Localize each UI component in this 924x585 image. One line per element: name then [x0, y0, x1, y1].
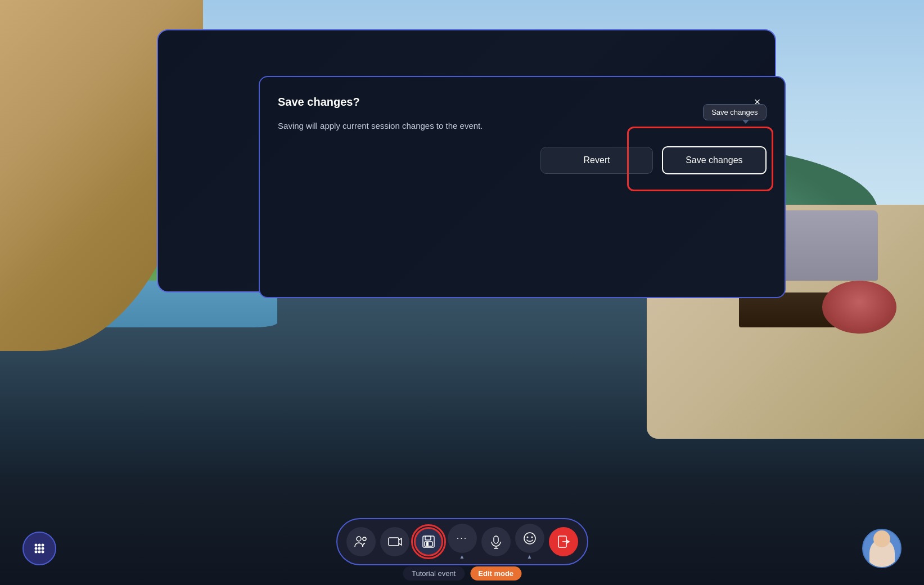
svg-point-19	[524, 533, 535, 544]
save-toolbar-button[interactable]	[414, 527, 443, 556]
emoji-button-wrapper: ▲	[515, 524, 544, 560]
svg-rect-15	[426, 542, 429, 546]
camera-button[interactable]	[380, 527, 409, 556]
svg-point-0	[35, 544, 38, 547]
svg-point-4	[38, 547, 41, 550]
avatar-body	[869, 539, 895, 567]
svg-point-10	[363, 537, 366, 541]
emoji-icon	[522, 531, 537, 546]
exit-icon	[556, 534, 571, 549]
bottom-toolbar: ··· ▲ ▲	[336, 518, 588, 565]
people-button[interactable]	[346, 527, 376, 556]
microphone-button[interactable]	[481, 527, 511, 556]
toolbar-container: ··· ▲ ▲	[336, 518, 588, 565]
save-icon	[421, 534, 436, 549]
svg-point-6	[35, 551, 38, 554]
svg-point-2	[42, 544, 44, 547]
edit-mode-badge: Edit mode	[470, 566, 521, 580]
save-toolbar-wrapper	[414, 527, 443, 556]
avatar-button[interactable]	[862, 529, 902, 568]
svg-point-7	[38, 551, 41, 554]
svg-point-9	[357, 537, 361, 541]
more-caret-icon: ▲	[459, 554, 465, 560]
exit-button[interactable]	[549, 527, 578, 556]
svg-point-8	[42, 551, 44, 554]
more-icon: ···	[457, 533, 467, 543]
menu-button[interactable]	[22, 532, 56, 565]
svg-rect-11	[389, 538, 399, 546]
save-dialog: Save changes? × Saving will apply curren…	[259, 76, 786, 298]
event-label: Tutorial event	[403, 566, 465, 580]
svg-rect-16	[494, 536, 498, 543]
save-button-wrapper: Save changes Save changes	[662, 146, 766, 174]
dialog-body-text: Saving will apply current session change…	[278, 120, 767, 133]
people-icon	[354, 534, 368, 549]
camera-icon	[387, 534, 402, 549]
grid-icon	[33, 542, 46, 555]
svg-point-1	[38, 544, 41, 547]
svg-point-5	[42, 547, 44, 550]
svg-point-3	[35, 547, 38, 550]
save-changes-button[interactable]: Save changes	[662, 146, 766, 174]
status-bar: Tutorial event Edit mode	[403, 566, 521, 580]
more-button-wrapper: ··· ▲	[448, 524, 477, 560]
emoji-button[interactable]	[515, 524, 544, 553]
dialog-title: Save changes?	[278, 96, 360, 109]
svg-rect-13	[425, 536, 431, 540]
ottoman	[822, 281, 896, 334]
svg-point-20	[526, 537, 528, 538]
dialog-actions: Revert Save changes Save changes	[278, 146, 767, 174]
svg-point-21	[531, 537, 533, 538]
save-tooltip: Save changes	[703, 104, 766, 120]
dialog-header: Save changes? ×	[278, 93, 767, 111]
save-tooltip-text: Save changes	[711, 108, 758, 116]
more-button[interactable]: ···	[448, 524, 477, 553]
mic-icon	[489, 534, 503, 549]
emoji-caret-icon: ▲	[527, 554, 533, 560]
revert-button[interactable]: Revert	[540, 147, 653, 174]
avatar-head	[873, 530, 890, 547]
